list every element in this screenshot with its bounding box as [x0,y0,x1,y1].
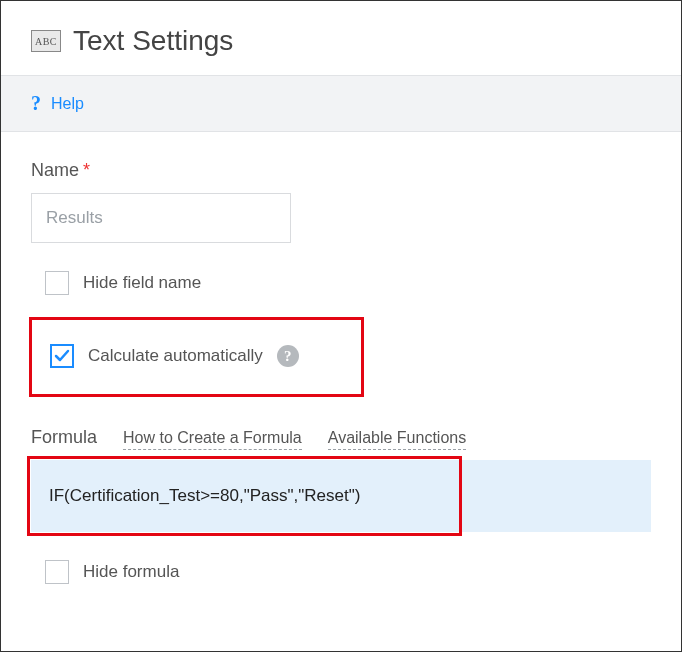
help-bar: ? Help [1,75,681,132]
calc-auto-checkbox[interactable] [50,344,74,368]
help-icon: ? [31,92,41,115]
page-header: ABC Text Settings [1,1,681,75]
hide-formula-label: Hide formula [83,562,179,582]
text-field-icon: ABC [31,30,61,52]
how-to-create-formula-link[interactable]: How to Create a Formula [123,429,302,450]
hide-field-name-checkbox[interactable] [45,271,69,295]
page-title: Text Settings [73,25,233,57]
formula-input[interactable] [31,460,651,532]
required-mark: * [83,160,90,180]
hide-formula-checkbox[interactable] [45,560,69,584]
hide-field-name-label: Hide field name [83,273,201,293]
formula-label: Formula [31,427,97,448]
name-input[interactable] [31,193,291,243]
name-label: Name* [31,160,651,181]
calc-auto-label: Calculate automatically [88,346,263,366]
help-link[interactable]: Help [51,95,84,113]
calc-auto-highlight: Calculate automatically ? [29,317,364,397]
info-icon[interactable]: ? [277,345,299,367]
available-functions-link[interactable]: Available Functions [328,429,466,450]
